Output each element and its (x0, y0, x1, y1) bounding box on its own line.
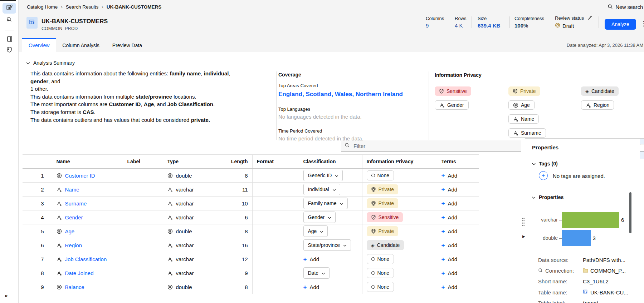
add-button[interactable]: +Add (441, 270, 458, 276)
chip-label: Age (521, 102, 530, 108)
add-button[interactable]: +Add (441, 284, 458, 290)
classification-dropdown[interactable]: Family name (303, 198, 348, 209)
asset-title: UK-BANK-CUSTOMERS (42, 18, 108, 25)
sidebar-item-catalog[interactable] (3, 3, 16, 14)
column-name-link[interactable]: Customer ID (65, 173, 95, 179)
tab-overview[interactable]: Overview (22, 38, 56, 52)
filter-input[interactable] (353, 143, 521, 149)
column-name-link[interactable]: Gender (65, 214, 83, 220)
classification-dropdown[interactable]: Gender (303, 212, 336, 223)
sidebar-item-search[interactable] (3, 15, 16, 26)
privacy-cell: Sensitive (362, 210, 437, 224)
header-label: Label (123, 155, 163, 169)
classification-dropdown[interactable]: Generic ID (303, 170, 343, 181)
privacy-column-chip[interactable]: Name (508, 114, 539, 124)
stat-columns-value[interactable]: 9 (426, 23, 444, 29)
add-button[interactable]: +Add (441, 228, 458, 234)
add-button[interactable]: +Add (441, 242, 458, 248)
sidebar-item-notebook[interactable] (3, 34, 16, 45)
format-cell (252, 169, 299, 183)
panel-scrollbar-thumb[interactable] (629, 192, 631, 233)
privacy-status-chip-private[interactable]: Private (508, 86, 540, 96)
add-button[interactable]: +Add (303, 256, 319, 262)
add-label: Add (448, 214, 457, 220)
plus-icon: + (303, 256, 307, 262)
tags-section-toggle[interactable]: Tags (0) (532, 161, 558, 167)
panel-field-value: (none) (583, 300, 598, 303)
privacy-chip-none[interactable]: None (367, 254, 394, 264)
privacy-status-chip-candidate[interactable]: ◈Candidate (581, 86, 619, 96)
chip-label: None (377, 270, 389, 276)
privacy-chip-private[interactable]: Private (367, 184, 399, 194)
summary-line: The data contains outliers and has value… (30, 116, 245, 124)
table-row: 7Job Classificationvarchar12+AddNone+Add (23, 252, 479, 266)
column-name-link[interactable]: Job Classification (65, 256, 107, 262)
stat-completeness-label: Completeness (514, 16, 544, 21)
privacy-chip-none[interactable]: None (367, 268, 394, 278)
sidebar-expand-chevron[interactable]: » (5, 292, 8, 298)
row-number: 3 (23, 197, 52, 210)
panel-edge-button[interactable] (640, 144, 644, 152)
privacy-chip-private[interactable]: Private (367, 198, 399, 208)
privacy-chip-private[interactable]: Private (367, 226, 399, 236)
column-name-link[interactable]: Surname (65, 200, 87, 207)
summary-bold-term: Age (144, 101, 154, 107)
summary-text: This data contains information about the… (30, 70, 170, 76)
new-search-button[interactable]: New search (608, 4, 643, 10)
overflow-menu-icon[interactable]: ⋮ (640, 20, 644, 28)
breadcrumb-link[interactable]: Catalog Home (27, 4, 58, 10)
tab-column-analysis[interactable]: Column Analysis (56, 38, 106, 52)
classification-label: Family name (308, 200, 337, 206)
window-edge-artifact (0, 0, 16, 1)
stat-rows-value[interactable]: 4 K (455, 23, 467, 29)
row-number: 7 (23, 252, 52, 266)
time-period-label: Time Period Covered (278, 128, 421, 134)
analyze-button[interactable]: Analyze (605, 19, 636, 30)
terms-cell: +Add (437, 238, 479, 252)
varchar-type-icon (167, 215, 173, 220)
summary-text: The storage format is (30, 109, 83, 115)
classification-dropdown[interactable]: State/province (303, 239, 351, 251)
privacy-chip-candidate[interactable]: ◈Candidate (367, 240, 404, 250)
properties-panel: Properties Tags (0) + No tags are assign… (525, 138, 644, 303)
add-button[interactable]: +Add (303, 284, 319, 290)
add-button[interactable]: +Add (441, 187, 458, 193)
privacy-column-chip[interactable]: Surname (508, 128, 546, 138)
analysis-summary-toggle[interactable]: Analysis Summary (26, 60, 75, 66)
column-name-link[interactable]: Date Joined (65, 270, 94, 276)
breadcrumb-link[interactable]: Search Results (66, 4, 99, 10)
privacy-status-chip-sensitive[interactable]: Sensitive (435, 86, 471, 96)
column-name-link[interactable]: Age (65, 228, 75, 234)
classification-dropdown[interactable]: Individual (303, 184, 340, 195)
privacy-chip-sensitive[interactable]: Sensitive (367, 212, 403, 222)
sidebar-item-governance[interactable] (3, 45, 16, 56)
column-name-cell: Surname (52, 197, 123, 210)
edit-pencil-icon[interactable] (587, 15, 592, 21)
classification-dropdown[interactable]: Date (303, 267, 330, 279)
add-tag-button[interactable]: + (539, 171, 548, 180)
none-icon (371, 271, 375, 275)
column-name-link[interactable]: Name (65, 187, 79, 193)
add-button[interactable]: +Add (441, 256, 458, 262)
classification-dropdown[interactable]: Age (303, 225, 328, 237)
panel-collapse-arrow[interactable]: ▶ (522, 234, 525, 238)
top-areas-value[interactable]: England, Scotland, Wales, Northern Irela… (278, 91, 421, 98)
add-button[interactable]: +Add (441, 200, 458, 207)
row-number: 8 (23, 266, 52, 280)
privacy-column-chip[interactable]: Age (508, 100, 535, 110)
add-button[interactable]: +Add (441, 214, 458, 220)
privacy-chip-none[interactable]: None (367, 282, 394, 292)
tab-preview-data[interactable]: Preview Data (106, 38, 148, 52)
privacy-column-chip[interactable]: Region (581, 100, 614, 110)
stat-divider (549, 16, 549, 28)
privacy-chip-none[interactable]: None (367, 170, 394, 180)
properties-section-toggle[interactable]: Properties (532, 194, 564, 200)
summary-text: 1 other. (30, 86, 48, 92)
column-name-link[interactable]: Balance (65, 284, 84, 290)
panel-resize-handle[interactable] (522, 217, 525, 227)
add-button[interactable]: +Add (441, 173, 458, 179)
stat-size-value[interactable]: 639.4 KB (478, 23, 500, 29)
privacy-column-chip[interactable]: Gender (435, 100, 469, 110)
type-cell: varchar (163, 197, 211, 210)
column-name-link[interactable]: Region (65, 242, 82, 248)
